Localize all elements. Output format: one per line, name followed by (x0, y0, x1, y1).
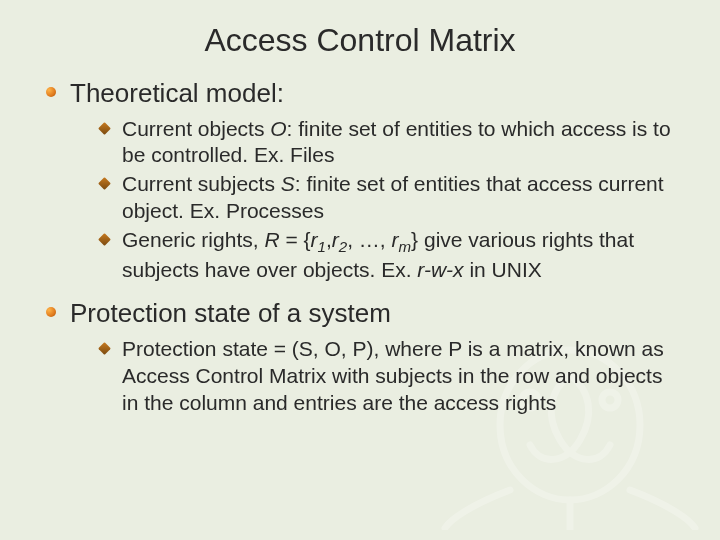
variable-s: S (281, 172, 295, 195)
variable-r2: r (332, 228, 339, 251)
slide-title: Access Control Matrix (40, 22, 680, 59)
text: in UNIX (464, 258, 542, 281)
text: , …, (347, 228, 391, 251)
example-rwx: r-w-x (417, 258, 463, 281)
text: Generic rights, (122, 228, 264, 251)
section-heading: Theoretical model: (70, 78, 284, 108)
list-item: Protection state = (S, O, P), where P is… (100, 336, 680, 417)
variable-o: O (270, 117, 286, 140)
variable-r1: r (311, 228, 318, 251)
subscript-m: m (399, 238, 412, 255)
subscript-2: 2 (339, 238, 347, 255)
bullet-list-level1: Theoretical model: Current objects O: fi… (40, 77, 680, 417)
list-item: Current subjects S: finite set of entiti… (100, 171, 680, 225)
text: Protection state = (S, O, P), where P is… (122, 337, 664, 414)
variable-rm: r (392, 228, 399, 251)
text: Current objects (122, 117, 270, 140)
list-item: Current objects O: finite set of entitie… (100, 116, 680, 170)
section-protection-state: Protection state of a system Protection … (44, 297, 680, 416)
bullet-list-level2: Current objects O: finite set of entitie… (70, 116, 680, 284)
slide: Access Control Matrix Theoretical model:… (0, 0, 720, 540)
text: Current subjects (122, 172, 281, 195)
section-heading: Protection state of a system (70, 298, 391, 328)
bullet-list-level2: Protection state = (S, O, P), where P is… (70, 336, 680, 417)
section-theoretical-model: Theoretical model: Current objects O: fi… (44, 77, 680, 283)
variable-r: R (264, 228, 279, 251)
subscript-1: 1 (318, 238, 326, 255)
list-item: Generic rights, R = {r1,r2, …, rm} give … (100, 227, 680, 283)
text: = { (280, 228, 311, 251)
